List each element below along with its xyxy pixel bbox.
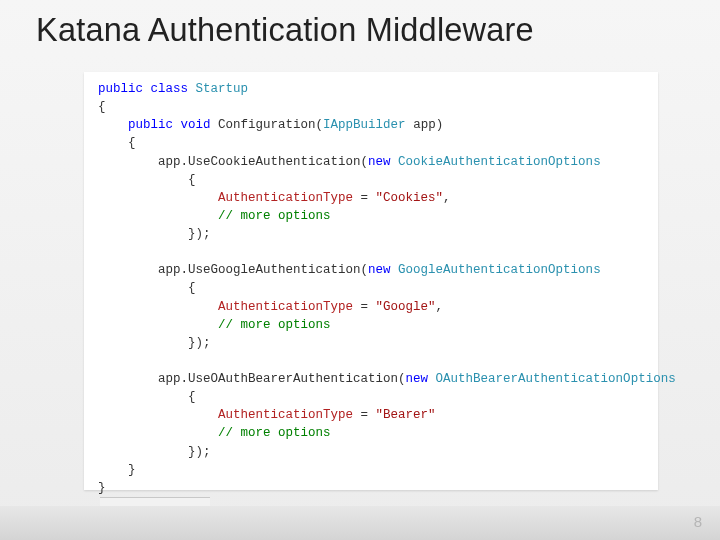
brace-close: });	[188, 336, 211, 350]
page-number: 8	[694, 513, 702, 530]
type-googleoptions: GoogleAuthenticationOptions	[398, 263, 601, 277]
comment-more: // more options	[218, 209, 331, 223]
type-cookieoptions: CookieAuthenticationOptions	[398, 155, 601, 169]
brace: {	[188, 390, 196, 404]
slide: Katana Authentication Middleware public …	[0, 0, 720, 540]
prop-authtype: AuthenticationType	[218, 191, 353, 205]
comma: ,	[443, 191, 451, 205]
code-block: public class Startup { public void Confi…	[84, 72, 658, 505]
string-google: "Google"	[376, 300, 436, 314]
keyword-new: new	[368, 263, 391, 277]
code-box: public class Startup { public void Confi…	[84, 72, 658, 490]
type-iappbuilder: IAppBuilder	[323, 118, 406, 132]
slide-title: Katana Authentication Middleware	[0, 0, 720, 55]
brace: {	[98, 100, 106, 114]
brace: }	[98, 481, 106, 495]
brace: {	[188, 173, 196, 187]
keyword-void: void	[181, 118, 211, 132]
keyword-public: public	[128, 118, 173, 132]
equals: =	[353, 408, 376, 422]
call-cookie: app.UseCookieAuthentication(	[158, 155, 368, 169]
type-startup: Startup	[196, 82, 249, 96]
param-rest: app)	[406, 118, 444, 132]
equals: =	[353, 191, 376, 205]
brace-close: });	[188, 445, 211, 459]
method-name: Configuration(	[218, 118, 323, 132]
equals: =	[353, 300, 376, 314]
brace: {	[128, 136, 136, 150]
keyword-new: new	[368, 155, 391, 169]
call-bearer: app.UseOAuthBearerAuthentication(	[158, 372, 406, 386]
brace-close: });	[188, 227, 211, 241]
prop-authtype: AuthenticationType	[218, 300, 353, 314]
string-bearer: "Bearer"	[376, 408, 436, 422]
call-google: app.UseGoogleAuthentication(	[158, 263, 368, 277]
comma: ,	[436, 300, 444, 314]
comment-more: // more options	[218, 318, 331, 332]
keyword-public: public	[98, 82, 143, 96]
type-beareroptions: OAuthBearerAuthenticationOptions	[436, 372, 676, 386]
keyword-new: new	[406, 372, 429, 386]
footer-bar	[0, 506, 720, 540]
prop-authtype: AuthenticationType	[218, 408, 353, 422]
brace: }	[128, 463, 136, 477]
brace: {	[188, 281, 196, 295]
comment-more: // more options	[218, 426, 331, 440]
decorative-tab	[100, 497, 210, 506]
string-cookies: "Cookies"	[376, 191, 444, 205]
keyword-class: class	[151, 82, 189, 96]
